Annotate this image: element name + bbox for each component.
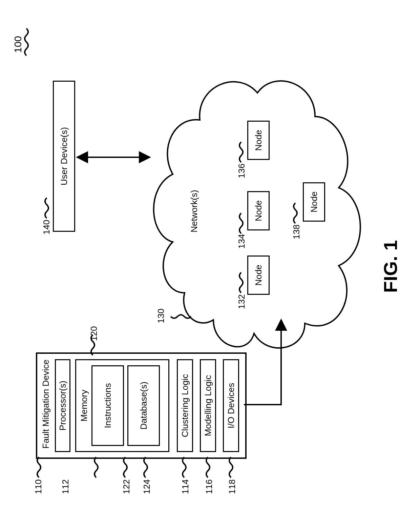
memory-label: Memory [79,390,89,422]
clustering-label: Clustering Logic [180,374,190,437]
ref-132: 132 [236,294,247,309]
networks-label: Network(s) [189,190,200,232]
ref-130: 130 [156,309,166,323]
databases-box: Database(s) [127,365,160,446]
node-134-label: Node [253,200,264,221]
user-devices-label: User Device(s) [59,127,69,185]
ref-124: 124 [142,480,152,494]
user-devices-box: User Device(s) [53,81,75,232]
databases-label: Database(s) [139,382,149,430]
ref-112: 112 [60,480,71,494]
ref-140: 140 [41,220,52,235]
node-132-label: Node [253,265,264,286]
figure-label: FIG. 1 [379,240,401,293]
ref-114: 114 [180,480,191,494]
processors-box: Processor(s) [55,359,70,452]
ref-138: 138 [291,225,302,239]
fault-mitigation-title: Fault Mitigation Device [41,360,51,449]
ref-136: 136 [236,164,247,178]
ref-100: 100 [12,36,24,53]
processors-label: Processor(s) [58,381,68,430]
modelling-box: Modelling Logic [200,359,216,452]
node-136-box: Node [247,121,270,160]
modelling-label: Modelling Logic [203,375,213,436]
node-138-label: Node [309,191,319,212]
node-134-box: Node [247,191,270,230]
node-132-box: Node [247,256,270,295]
node-138-box: Node [303,182,325,222]
node-136-label: Node [253,130,264,151]
ref-110: 110 [33,480,44,494]
io-box: I/O Devices [223,359,239,452]
io-label: I/O Devices [226,383,236,428]
ref-122: 122 [121,480,132,494]
diagram-canvas: Fault Mitigation Device Processor(s) Mem… [0,110,420,530]
ref-118: 118 [227,480,237,494]
ref-116: 116 [204,480,214,494]
ref-134: 134 [236,234,247,249]
instructions-box: Instructions [91,365,124,446]
instructions-label: Instructions [103,383,113,428]
ref-120: 120 [89,326,99,341]
clustering-box: Clustering Logic [177,359,193,452]
